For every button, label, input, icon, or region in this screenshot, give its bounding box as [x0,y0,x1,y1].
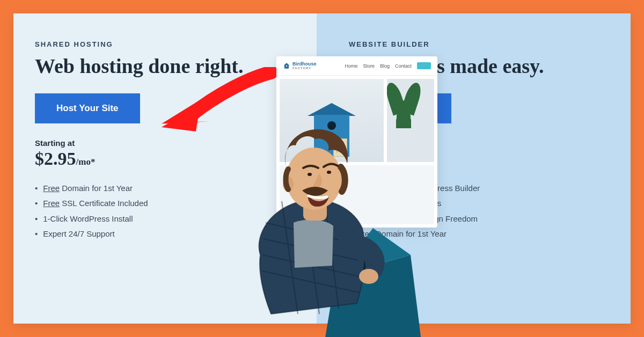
mockup-brand-bottom: FACTORY [292,67,317,70]
feature-text: 1-Click WordPress Install [43,214,133,223]
price-per-left: /mo* [76,157,96,167]
mockup-nav-contact: Contact [395,63,412,69]
person-illustration [223,115,427,337]
eyebrow-left: SHARED HOSTING [35,40,295,48]
promo-card: SHARED HOSTING Web hosting done right. H… [13,13,631,324]
mockup-nav: Birdhouse FACTORY Home Store Blog Contac… [276,56,437,76]
mockup-logo: Birdhouse FACTORY [283,62,317,70]
host-your-site-button[interactable]: Host Your Site [35,93,140,123]
svg-point-0 [286,65,287,66]
mockup-nav-home: Home [345,63,357,69]
feature-text: Expert 24/7 Support [43,229,114,238]
svg-point-9 [359,269,378,284]
feature-text: SSL Certificate Included [60,199,148,208]
svg-point-13 [308,173,312,176]
mockup-nav-blog: Blog [380,63,390,69]
eyebrow-right: WEBSITE BUILDER [349,40,609,48]
feature-prefix: Free [43,199,60,208]
price-amount-left: $2.95 [35,149,76,169]
svg-point-14 [327,171,331,174]
mockup-nav-store: Store [363,63,375,69]
mockup-nav-links: Home Store Blog Contact 🛒 [345,62,431,69]
feature-prefix: Free [43,184,60,193]
headline-left: Web hosting done right. [35,55,295,78]
birdhouse-icon [283,62,290,70]
cart-icon: 🛒 [417,62,431,69]
feature-text: Domain for 1st Year [60,184,133,193]
mockup-brand-top: Birdhouse [292,62,317,67]
